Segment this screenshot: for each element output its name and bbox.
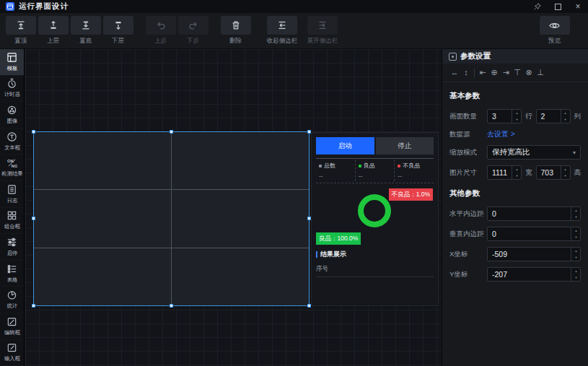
- align-right-icon[interactable]: ⇥: [500, 69, 512, 77]
- layer-up-icon: [38, 16, 69, 35]
- grid-cell[interactable]: [172, 248, 309, 305]
- sidebar-item-table[interactable]: 表格: [0, 261, 24, 287]
- sidebar-item-combobox[interactable]: 组合框: [0, 208, 24, 235]
- align-left-icon[interactable]: ⇤: [477, 69, 488, 77]
- button-label: 上步: [154, 37, 167, 45]
- width-unit: 宽: [525, 168, 532, 178]
- go-configure-link[interactable]: 去设置 >: [487, 129, 515, 139]
- grid-template-widget[interactable]: [33, 131, 310, 306]
- basic-params-section-title: 基本参数: [449, 91, 581, 101]
- vertical-padding-input[interactable]: 0: [487, 227, 581, 241]
- field-label: 垂直内边距: [449, 230, 487, 239]
- resize-handle-e[interactable]: [307, 217, 311, 220]
- run-result-panel-widget[interactable]: 启动 停止 总数 -- 良品 -- 不良品 --: [311, 132, 439, 306]
- section-bar-icon: [316, 251, 317, 258]
- sidebar-item-image[interactable]: 图像: [0, 102, 24, 128]
- bring-to-front-button[interactable]: 置顶: [4, 16, 37, 45]
- gauge-area: 不良品：1.0% 良品：100.0%: [316, 183, 434, 248]
- sidebar-item-start-stop[interactable]: 启停: [0, 234, 24, 261]
- resize-handle-sw[interactable]: [32, 304, 35, 308]
- horizontal-padding-input[interactable]: 0: [487, 206, 581, 221]
- align-center-horizontal-icon[interactable]: ⊕: [488, 69, 500, 77]
- layer-down-button[interactable]: 下层: [102, 16, 134, 45]
- table-icon: [6, 263, 17, 274]
- rows-input[interactable]: 3: [487, 109, 522, 123]
- stepper[interactable]: [571, 268, 580, 281]
- field-label: 数据源: [449, 130, 487, 139]
- stepper[interactable]: [512, 166, 521, 179]
- stats-icon: [6, 289, 17, 300]
- settings-icon: [449, 53, 457, 61]
- stepper[interactable]: [571, 207, 580, 220]
- align-top-icon[interactable]: ⊤: [512, 69, 523, 77]
- start-button[interactable]: 启动: [316, 137, 374, 154]
- stop-button[interactable]: 停止: [376, 137, 434, 154]
- stepper[interactable]: [512, 110, 521, 123]
- collapse-sidebar-icon: [267, 16, 297, 35]
- resize-handle-s[interactable]: [170, 304, 173, 308]
- close-icon[interactable]: ×: [574, 2, 582, 11]
- send-to-back-button[interactable]: 置底: [69, 16, 102, 45]
- equal-horizontal-spacing-icon[interactable]: ↔: [449, 69, 460, 77]
- window-title: 运行界面设计: [19, 1, 69, 12]
- sidebar-item-log[interactable]: 日志: [0, 181, 24, 208]
- y-coordinate-input[interactable]: -207: [487, 267, 581, 282]
- grid-cell[interactable]: [172, 132, 309, 189]
- trash-icon: [221, 16, 251, 35]
- button-label: 删除: [229, 37, 242, 45]
- sidebar-item-template[interactable]: 模板: [0, 49, 24, 76]
- preview-button[interactable]: 预览: [538, 16, 571, 45]
- grid-cell[interactable]: [34, 132, 171, 189]
- layer-up-button[interactable]: 上层: [37, 16, 69, 45]
- equal-vertical-spacing-icon[interactable]: ↕: [460, 69, 472, 77]
- sidebar-item-editbox[interactable]: 编辑框: [0, 313, 24, 340]
- cols-input[interactable]: 2: [536, 109, 571, 123]
- redo-icon: [178, 16, 209, 35]
- design-canvas[interactable]: 启动 停止 总数 -- 良品 -- 不良品 --: [25, 49, 442, 366]
- redo-button[interactable]: 下步: [177, 16, 209, 45]
- align-bottom-icon[interactable]: ⊥: [535, 69, 546, 77]
- resize-handle-nw[interactable]: [32, 130, 35, 134]
- defect-rate-badge: 不良品：1.0%: [389, 188, 433, 201]
- image-width-input[interactable]: 1111: [487, 165, 522, 180]
- resize-handle-se[interactable]: [307, 304, 311, 308]
- send-to-back-icon: [71, 16, 101, 35]
- field-label: 画面数量: [449, 112, 487, 121]
- button-label: 置顶: [14, 37, 27, 45]
- grid-cell[interactable]: [34, 190, 171, 247]
- expand-sidebar-button[interactable]: 展开侧边栏: [302, 16, 343, 45]
- delete-button[interactable]: 删除: [219, 16, 252, 45]
- field-label: 缩放模式: [449, 148, 487, 157]
- resize-handle-w[interactable]: [32, 217, 35, 220]
- y-coordinate-row: Y坐标 -207: [449, 267, 581, 282]
- collapse-sidebar-button[interactable]: 收起侧边栏: [262, 16, 302, 45]
- alignment-toolbar: ↔ ↕ ⇤ ⊕ ⇥ ⊤ ⊗ ⊥: [442, 64, 588, 82]
- stat-value: --: [319, 173, 354, 180]
- svg-text:NG: NG: [12, 163, 17, 168]
- stepper[interactable]: [561, 166, 570, 179]
- resize-handle-n[interactable]: [170, 130, 173, 134]
- sidebar-item-textbox[interactable]: 文本框: [0, 128, 24, 155]
- grid-cell[interactable]: [34, 248, 171, 305]
- stat-value: --: [398, 173, 432, 180]
- resize-handle-ne[interactable]: [307, 130, 311, 134]
- sidebar-item-timer[interactable]: 计时器: [0, 76, 24, 103]
- undo-button[interactable]: 上步: [144, 16, 177, 45]
- grid-cell[interactable]: [172, 190, 309, 247]
- align-middle-vertical-icon[interactable]: ⊗: [523, 69, 535, 77]
- scale-mode-select[interactable]: 保持宽高比 ▾: [487, 145, 581, 160]
- sidebar-item-statistics[interactable]: 统计: [0, 287, 24, 313]
- defect-dot-icon: [398, 165, 400, 167]
- pin-icon[interactable]: [533, 2, 542, 11]
- stepper[interactable]: [561, 110, 570, 123]
- sidebar-item-inputbox[interactable]: 输入框: [0, 340, 24, 366]
- sidebar-item-result[interactable]: OKNG 检测结果: [0, 154, 24, 181]
- maximize-icon[interactable]: [555, 4, 561, 10]
- image-height-input[interactable]: 703: [536, 165, 571, 180]
- x-coordinate-input[interactable]: -509: [487, 247, 581, 261]
- good-dot-icon: [359, 165, 361, 167]
- stepper[interactable]: [571, 248, 580, 261]
- bring-to-front-icon: [6, 16, 36, 35]
- stepper[interactable]: [571, 227, 580, 240]
- panel-header: 参数设置: [442, 49, 588, 64]
